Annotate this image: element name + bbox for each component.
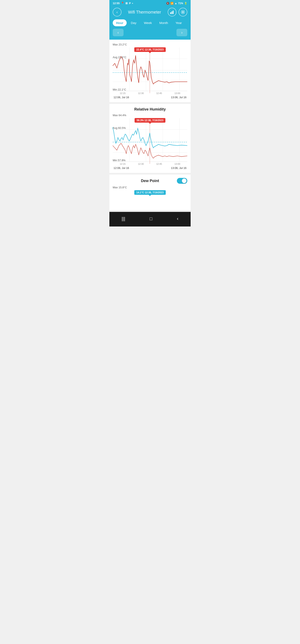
status-bar: 12:55 📍 ⊞ P • 🔇 📶 ▲ 71% 🔋 <box>109 0 191 6</box>
grid-icon: ⊞ <box>125 2 128 5</box>
next-icon: › <box>181 30 183 35</box>
status-right: 🔇 📶 ▲ 71% 🔋 <box>166 2 187 5</box>
humidity-date-start: 12:06, Jul 16 <box>114 166 129 170</box>
system-back-button[interactable]: ‹ <box>173 214 183 223</box>
next-button[interactable]: › <box>176 29 187 36</box>
humidity-avg: Avg 60.5% <box>113 126 187 130</box>
chart-button[interactable] <box>168 8 176 16</box>
humidity-title: Relative Humidity <box>113 107 187 112</box>
home-icon: □ <box>150 216 152 221</box>
humidity-date-end: 13:06, Jul 16 <box>171 166 186 170</box>
tab-bar: Hour Day Week Month Year <box>109 20 191 29</box>
battery-text: 71% <box>178 2 183 5</box>
status-left: 12:55 📍 ⊞ P • <box>113 2 133 5</box>
humidity-chart-svg[interactable] <box>113 118 187 164</box>
menu-button[interactable]: ||| <box>117 214 129 223</box>
battery-icon: 🔋 <box>184 2 187 5</box>
svg-rect-2 <box>173 11 174 14</box>
temp-chart-wrapper[interactable]: 22.4°C 12:36, 7/16/2023 <box>113 47 187 93</box>
wifi-icon: 📶 <box>170 2 174 5</box>
dew-point-section: Dew Point Max 15.8°C 14.1°C 12:36, 7/16/… <box>109 174 191 210</box>
dew-chart-wrapper[interactable]: 14.1°C 12:36, 7/16/2023 <box>113 190 187 207</box>
prev-button[interactable]: ‹ <box>113 29 124 36</box>
system-back-icon: ‹ <box>177 216 178 221</box>
humidity-dates: 12:06, Jul 16 13:06, Jul 16 <box>113 166 187 170</box>
header-title: Wifi Thermometer <box>121 10 168 14</box>
temp-avg: Avg 22.6°C <box>113 56 187 59</box>
dot-icon: • <box>132 2 133 5</box>
temperature-chart-section: Max 23.2°C 22.4°C 12:36, 7/16/2023 Avg 2… <box>109 40 191 102</box>
nav-row: ‹ › <box>109 29 191 40</box>
back-icon: ‹ <box>116 10 118 14</box>
svg-rect-1 <box>171 12 172 14</box>
chart-icon <box>170 10 174 14</box>
dew-header: Dew Point <box>113 178 187 184</box>
humidity-chart-section: Relative Humidity Max 64.4% 59.3% 12:36,… <box>109 104 191 173</box>
pinterest-icon: P <box>129 2 131 5</box>
status-time: 12:55 <box>113 2 120 5</box>
dew-tooltip: 14.1°C 12:36, 7/16/2023 <box>134 190 166 195</box>
tab-day[interactable]: Day <box>127 20 140 26</box>
temp-date-start: 12:06, Jul 16 <box>114 96 129 99</box>
location-icon: 📍 <box>121 2 124 5</box>
temp-dates: 12:06, Jul 16 13:06, Jul 16 <box>113 96 187 99</box>
temp-max: Max 23.2°C <box>113 43 187 46</box>
tab-year[interactable]: Year <box>172 20 185 26</box>
svg-point-3 <box>182 12 184 13</box>
header-actions <box>168 8 187 16</box>
dew-toggle[interactable] <box>177 178 187 184</box>
humidity-chart-wrapper[interactable]: 59.3% 12:36, 7/16/2023 <box>113 118 187 164</box>
prev-icon: ‹ <box>117 30 119 35</box>
gear-icon <box>181 10 185 14</box>
dew-title: Dew Point <box>123 179 177 183</box>
svg-rect-0 <box>170 12 171 14</box>
app-header: ‹ Wifi Thermometer <box>109 6 191 20</box>
humidity-max: Max 64.4% <box>113 114 187 117</box>
mute-icon: 🔇 <box>166 2 169 5</box>
temp-date-end: 13:06, Jul 16 <box>171 96 186 99</box>
bottom-nav: ||| □ ‹ <box>109 212 191 226</box>
tab-week[interactable]: Week <box>141 20 155 26</box>
signal-icon: ▲ <box>175 2 177 5</box>
tab-month[interactable]: Month <box>156 20 171 26</box>
tab-hour[interactable]: Hour <box>113 20 127 26</box>
settings-button[interactable] <box>179 8 187 16</box>
temp-chart-svg[interactable] <box>113 47 187 93</box>
humidity-tooltip: 59.3% 12:36, 7/16/2023 <box>135 118 165 123</box>
back-button[interactable]: ‹ <box>113 8 121 16</box>
menu-icon: ||| <box>122 216 125 221</box>
dew-max: Max 15.8°C <box>113 186 187 189</box>
home-button[interactable]: □ <box>145 214 156 223</box>
temp-tooltip: 22.4°C 12:36, 7/16/2023 <box>134 47 166 52</box>
